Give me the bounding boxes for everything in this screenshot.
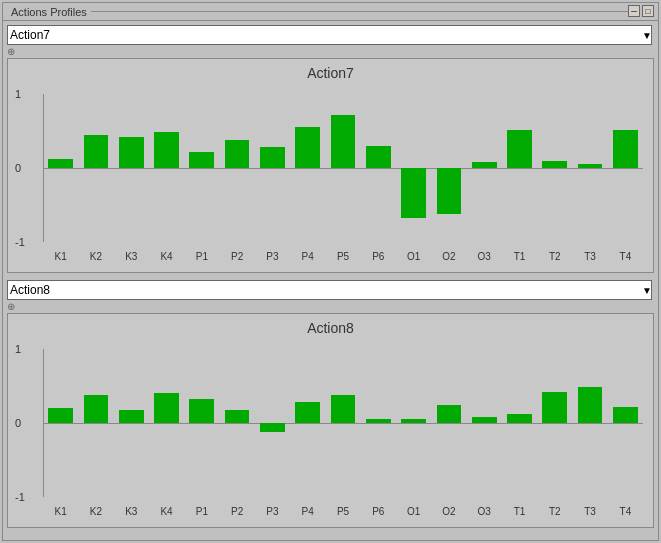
panel-title-bar: Actions Profiles ─ □ (3, 3, 658, 21)
bar-positive (260, 147, 285, 168)
bar-wrapper (184, 349, 219, 497)
panel-icons: ─ □ (628, 5, 654, 17)
x-label: K1 (43, 506, 78, 517)
x-label: O3 (467, 251, 502, 262)
chart2-dropdown-row: Action8 Action7 ▼ (7, 280, 654, 300)
bar-positive (472, 417, 497, 423)
bar-wrapper (255, 349, 290, 497)
chart2-resize-handle[interactable]: ⊕ (7, 302, 654, 312)
x-label: T2 (537, 506, 572, 517)
bar-wrapper (608, 349, 643, 497)
bar-positive (366, 146, 391, 168)
actions-profiles-panel: Actions Profiles ─ □ Action7 Action8 ▼ ⊕… (2, 2, 659, 541)
bar-positive (507, 414, 532, 423)
chart2-dropdown[interactable]: Action8 Action7 (7, 280, 652, 300)
bar-wrapper (114, 349, 149, 497)
bar-wrapper (396, 94, 431, 242)
x-label: K2 (78, 506, 113, 517)
x-label: P6 (361, 251, 396, 262)
x-label: K4 (149, 506, 184, 517)
bar-negative (401, 168, 426, 218)
bar-positive (189, 399, 214, 423)
bar-positive (225, 410, 250, 423)
chart1-y-bot: -1 (15, 236, 25, 248)
bar-positive (578, 387, 603, 423)
chart2-inner: 1 0 -1 K1K2K3K4P1P2P3P4P5P6O1O2O3T1T2T3T… (43, 349, 643, 497)
bar-positive (295, 127, 320, 168)
bar-positive (154, 393, 179, 423)
x-label: P3 (255, 251, 290, 262)
x-label: O1 (396, 506, 431, 517)
bar-wrapper (502, 349, 537, 497)
bar-positive (48, 408, 73, 423)
bar-positive (331, 115, 356, 168)
x-label: P4 (290, 506, 325, 517)
bar-negative (437, 168, 462, 214)
chart1-inner: 1 0 -1 K1K2K3K4P1P2P3P4P5P6O1O2O3T1T2T3T… (43, 94, 643, 242)
x-label: T3 (572, 251, 607, 262)
x-label: T1 (502, 506, 537, 517)
x-label: T3 (572, 506, 607, 517)
bar-wrapper (467, 94, 502, 242)
bar-positive (48, 159, 73, 168)
bar-wrapper (502, 94, 537, 242)
x-label: K2 (78, 251, 113, 262)
bar-wrapper (290, 94, 325, 242)
bar-wrapper (78, 349, 113, 497)
chart1-section: Action7 Action8 ▼ ⊕ Action7 1 0 -1 K1K2K… (3, 21, 658, 276)
x-label: T1 (502, 251, 537, 262)
x-label: P3 (255, 506, 290, 517)
bar-positive (437, 405, 462, 424)
bar-positive (542, 392, 567, 423)
x-label: T4 (608, 251, 643, 262)
bar-positive (613, 407, 638, 423)
x-label: T2 (537, 251, 572, 262)
x-label: P1 (184, 506, 219, 517)
x-label: P2 (219, 251, 254, 262)
chart1-resize-handle[interactable]: ⊕ (7, 47, 654, 57)
x-label: P6 (361, 506, 396, 517)
chart2-area: Action8 1 0 -1 K1K2K3K4P1P2P3P4P5P6O1O2O… (7, 313, 654, 528)
bar-wrapper (431, 94, 466, 242)
panel-title: Actions Profiles (7, 6, 91, 18)
chart2-bars (43, 349, 643, 497)
chart2-title: Action8 (8, 314, 653, 336)
x-label: K1 (43, 251, 78, 262)
chart1-dropdown-wrapper: Action7 Action8 ▼ (7, 25, 654, 45)
bar-wrapper (43, 94, 78, 242)
chart1-dropdown-row: Action7 Action8 ▼ (7, 25, 654, 45)
x-label: K4 (149, 251, 184, 262)
chart1-dropdown[interactable]: Action7 Action8 (7, 25, 652, 45)
bar-positive (472, 162, 497, 168)
bar-wrapper (114, 94, 149, 242)
bar-negative (260, 423, 285, 432)
bar-positive (119, 137, 144, 168)
chart1-y-mid: 0 (15, 162, 21, 174)
bar-wrapper (43, 349, 78, 497)
bar-wrapper (431, 349, 466, 497)
bar-wrapper (290, 349, 325, 497)
restore-icon[interactable]: □ (642, 5, 654, 17)
bar-wrapper (219, 94, 254, 242)
minimize-icon[interactable]: ─ (628, 5, 640, 17)
bar-positive (613, 130, 638, 168)
x-label: P5 (325, 251, 360, 262)
x-label: O2 (431, 506, 466, 517)
chart2-dropdown-wrapper: Action8 Action7 ▼ (7, 280, 654, 300)
chart2-y-mid: 0 (15, 417, 21, 429)
bar-positive (225, 140, 250, 168)
bar-wrapper (255, 94, 290, 242)
bar-positive (154, 132, 179, 168)
chart1-bars (43, 94, 643, 242)
bar-wrapper (78, 94, 113, 242)
chart1-x-labels: K1K2K3K4P1P2P3P4P5P6O1O2O3T1T2T3T4 (43, 251, 643, 262)
bar-wrapper (537, 94, 572, 242)
bar-wrapper (219, 349, 254, 497)
bar-positive (84, 395, 109, 423)
bar-wrapper (396, 349, 431, 497)
bar-wrapper (361, 94, 396, 242)
chart2-y-top: 1 (15, 343, 21, 355)
bar-wrapper (572, 349, 607, 497)
chart1-title: Action7 (8, 59, 653, 81)
x-label: K3 (114, 506, 149, 517)
